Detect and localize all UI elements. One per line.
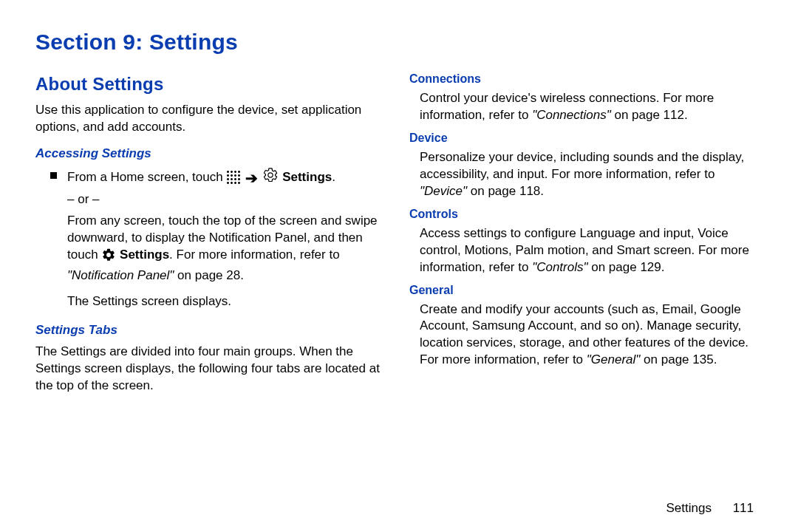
general-ref-italic: "General" [587,352,641,366]
controls-body: Access settings to configure Language an… [409,225,763,276]
general-body: Create and modify your accounts (such as… [409,301,763,369]
section-title: Section 9: Settings [35,30,763,55]
device-ref-italic: "Device" [420,184,467,198]
controls-heading: Controls [409,208,763,221]
step-1-line: From a Home screen, touch ➔ Settings. [67,167,389,188]
general-heading: General [409,284,763,297]
controls-ref-italic: "Controls" [532,260,587,274]
controls-ref-tail: on page 129. [588,260,665,274]
step-1-icons: ➔ [226,167,279,188]
right-column: Connections Control your device's wirele… [409,68,763,402]
about-settings-heading: About Settings [35,74,389,95]
manual-page: Section 9: Settings About Settings Use t… [0,0,798,532]
step-2-ref-italic: "Notification Panel" [67,268,174,282]
connections-heading: Connections [409,72,763,86]
device-body-a: Personalize your device, including sound… [420,150,744,181]
device-body: Personalize your device, including sound… [409,149,763,200]
gear-outline-icon [262,167,279,188]
settings-tabs-heading: Settings Tabs [35,323,389,338]
page-footer: Settings 111 [666,501,754,516]
step-1-content: From a Home screen, touch ➔ Settings. – … [67,167,389,310]
apps-grid-icon [226,170,241,185]
about-settings-body: Use this application to configure the de… [35,102,389,136]
step-2-settings-word: Settings [120,248,169,262]
device-ref-tail: on page 118. [467,184,544,198]
step-1-row: From a Home screen, touch ➔ Settings. – … [35,167,389,310]
connections-ref-italic: "Connections" [532,108,611,122]
footer-page-number: 111 [733,501,754,515]
step-1-suffix: . [332,170,335,184]
two-column-layout: About Settings Use this application to c… [35,68,763,402]
step-2-paragraph: From any screen, touch the top of the sc… [67,213,389,284]
connections-ref-tail: on page 112. [611,108,688,122]
gear-solid-icon [101,248,116,267]
step-3: The Settings screen displays. [67,293,389,310]
device-heading: Device [409,132,763,145]
connections-body: Control your device's wireless connectio… [409,90,763,124]
step-2-ref-tail: on page 28. [174,268,244,282]
footer-label: Settings [666,501,711,515]
step-2-b: . For more information, refer to [169,248,340,262]
step-1-prefix: From a Home screen, touch [67,170,226,184]
step-1-or: – or – [67,191,389,208]
arrow-right-icon: ➔ [245,171,258,185]
square-bullet-icon [50,172,57,179]
accessing-settings-heading: Accessing Settings [35,146,389,161]
left-column: About Settings Use this application to c… [35,68,389,402]
general-ref-tail: on page 135. [640,352,717,366]
settings-tabs-body: The Settings are divided into four main … [35,344,389,395]
step-1-settings-word: Settings [282,170,332,184]
